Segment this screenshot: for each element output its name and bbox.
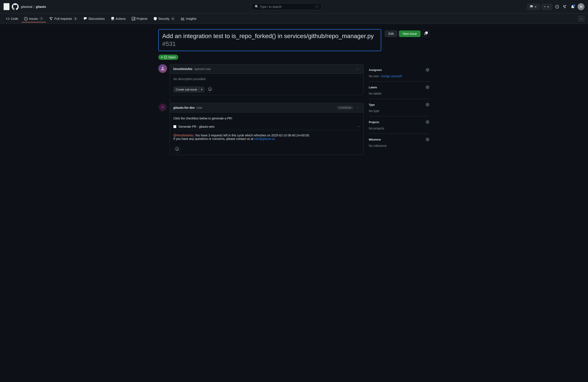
notifications-button[interactable] [570, 4, 576, 10]
sidebar-milestone-title: Milestone [369, 138, 381, 141]
issue-title: Add an integration test to is_repo_forke… [162, 32, 377, 48]
mention-link[interactable]: @hiroshinishio [173, 134, 193, 137]
assignees-none-text: No one [369, 74, 378, 78]
issues-icon-button[interactable] [554, 4, 560, 10]
sidebar-assignees-value: No one - Assign yourself [369, 74, 430, 78]
discussions-icon [84, 17, 87, 21]
nav-insights[interactable]: Insights [179, 15, 199, 22]
comment-1-emoji-button[interactable] [206, 86, 213, 93]
comment-2-author[interactable]: gitauto-for-dev [173, 106, 195, 109]
comment-1-footer: Create sub-issue ▾ [170, 84, 363, 95]
task-more-button[interactable]: ··· [357, 125, 360, 128]
comment-2-header-actions: Contributor ··· [337, 105, 360, 110]
emoji-icon-2 [175, 147, 179, 151]
nav-security[interactable]: Security 6 [151, 15, 178, 22]
emoji-icon [208, 87, 211, 91]
generate-pr-checkbox[interactable] [173, 125, 176, 128]
contributor-badge: Contributor [337, 106, 353, 110]
cycle-message: , You have 3 requests left in this cycle… [193, 134, 310, 137]
nav-actions-label: Actions [116, 17, 126, 21]
type-gear-button[interactable] [425, 103, 430, 107]
pull-request-icon-button[interactable] [562, 4, 568, 10]
hamburger-button[interactable] [3, 3, 10, 10]
nav-issues[interactable]: Issues 7 [21, 15, 46, 22]
create-sub-issue-arrow-button[interactable]: ▾ [199, 87, 204, 92]
issue-status-text: Open [168, 56, 176, 59]
nav-projects-label: Projects [137, 17, 148, 21]
comment-2-header: gitauto-for-dev now Contributor ··· [170, 103, 363, 112]
plus-icon: + [544, 5, 546, 8]
task-item-label: Generate PR - gitauto-wes [179, 125, 215, 128]
issue-title-actions: Edit New issue [385, 30, 430, 37]
nav-actions[interactable]: Actions [108, 15, 128, 22]
create-sub-issue-button[interactable]: Create sub-issue [173, 87, 199, 92]
status-dot [161, 56, 163, 58]
assignees-gear-button[interactable] [425, 68, 430, 73]
nav-pull-requests[interactable]: Pull requests 9 [47, 15, 80, 22]
repo-nav: Code Issues 7 Pull requests 9 Discussion… [0, 14, 588, 24]
comment-1-more-button[interactable]: ··· [355, 66, 360, 71]
comment-1-time: opened now [194, 67, 211, 71]
sidebar-labels-section: Labels No labels [369, 82, 430, 99]
comment-1-wrapper: hiroshinishio opened now ··· No descript… [158, 64, 364, 95]
labels-gear-button[interactable] [425, 85, 430, 90]
sidebar-type-header: Type [369, 103, 430, 107]
sidebar-assignees-header: Assignees [369, 68, 430, 73]
task-item-generate-pr: Generate PR - gitauto-wes ··· [173, 123, 360, 130]
chevron-down-icon [534, 5, 537, 8]
projects-icon [132, 17, 135, 21]
sidebar-labels-title: Labels [369, 86, 377, 89]
nav-discussions-label: Discussions [88, 17, 105, 21]
contact-email-link[interactable]: info@gitauto.ai [254, 137, 275, 141]
sidebar-projects-header: Projects [369, 120, 430, 125]
comment-2-time: now [197, 106, 202, 109]
comment-2-emoji-button[interactable] [173, 146, 181, 152]
sidebar-assignees-title: Assignees [369, 68, 382, 72]
contact-end: . [275, 137, 275, 141]
new-issue-button[interactable]: New issue [399, 30, 420, 37]
breadcrumb-org[interactable]: gitautoai [21, 5, 32, 8]
code-icon [6, 17, 10, 21]
breadcrumb-separator: / [34, 5, 35, 8]
copilot-button[interactable] [527, 4, 540, 10]
milestone-gear-button[interactable] [425, 137, 430, 142]
comment-1-header: hiroshinishio opened now ··· [170, 64, 363, 74]
projects-value: No projects [369, 127, 384, 130]
comment-2-body-text: Click the checkbox below to generate a P… [173, 116, 360, 121]
comment-2-more-button[interactable]: ··· [355, 105, 360, 110]
issue-title-row: Add an integration test to is_repo_forke… [158, 29, 430, 51]
gitauto-avatar-icon: G [160, 104, 166, 110]
issues-nav-icon [24, 17, 28, 21]
labels-value: No labels [369, 92, 381, 95]
comment-2-footer [170, 144, 363, 155]
security-badge: 6 [171, 17, 175, 21]
nav-projects[interactable]: Projects [129, 15, 150, 22]
add-button[interactable]: + [542, 4, 552, 10]
comment-1-empty-text: No description provided. [173, 77, 360, 81]
sidebar-projects-title: Projects [369, 121, 379, 124]
nav-more-button[interactable]: ··· [578, 16, 585, 22]
main-column: hiroshinishio opened now ··· No descript… [158, 64, 364, 158]
comment-1-header-actions: ··· [355, 66, 360, 71]
search-box[interactable]: Type / to search / [252, 3, 321, 10]
gear-icon [426, 68, 429, 72]
breadcrumb: gitautoai / gitauto [21, 5, 46, 8]
nav-code[interactable]: Code [3, 15, 21, 22]
nav-issues-label: Issues [29, 17, 38, 21]
edit-button[interactable]: Edit [385, 30, 397, 37]
avatar[interactable]: H [578, 3, 585, 10]
projects-gear-button[interactable] [425, 120, 430, 125]
header-search: Type / to search / [48, 3, 525, 10]
header-actions: + H [527, 3, 585, 10]
milestone-value: No milestone [369, 144, 387, 148]
issue-title-box: Add an integration test to is_repo_forke… [158, 29, 381, 51]
pr-nav-icon [50, 17, 53, 21]
comment-1-author[interactable]: hiroshinishio [173, 67, 192, 71]
nav-discussions[interactable]: Discussions [81, 15, 107, 22]
copy-title-button[interactable] [422, 30, 430, 37]
assign-yourself-link[interactable]: Assign yourself [381, 74, 402, 78]
two-column-layout: hiroshinishio opened now ··· No descript… [158, 64, 430, 158]
sidebar-milestone-header: Milestone [369, 137, 430, 142]
open-issue-icon [164, 56, 167, 59]
breadcrumb-repo[interactable]: gitauto [36, 5, 46, 8]
